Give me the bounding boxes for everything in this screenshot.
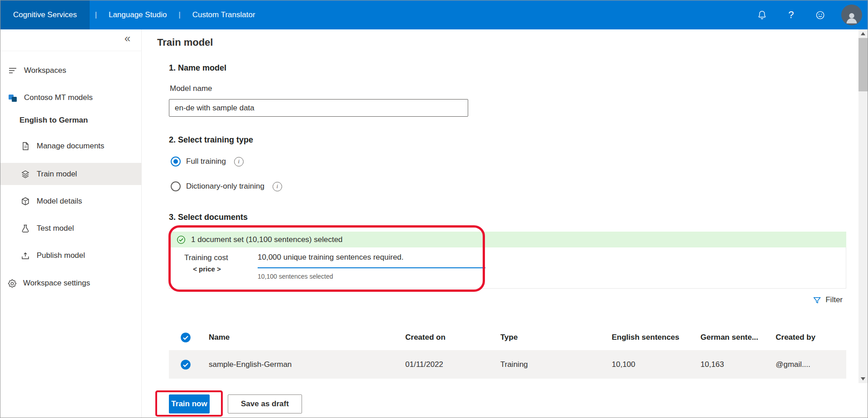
sidebar-item-test-model[interactable]: Test model <box>0 219 141 238</box>
sentence-progress-bar <box>258 267 485 268</box>
row-created-on: 01/11/2022 <box>405 360 500 369</box>
radio-selected-icon[interactable] <box>171 157 181 166</box>
sidebar-item-label: Workspace settings <box>23 279 90 288</box>
main-content: Train model 1. Name model Model name 2. … <box>142 29 858 418</box>
row-german-sentences: 10,163 <box>700 360 776 369</box>
radio-dictionary-only-training[interactable]: Dictionary-only training i <box>171 180 282 193</box>
column-header-created-by: Created by <box>776 333 846 342</box>
info-icon[interactable]: i <box>234 157 244 166</box>
vertical-scrollbar[interactable] <box>858 29 868 383</box>
selection-success-banner: 1 document set (10,100 sentences) select… <box>169 232 846 247</box>
topbar: Cognitive Services | Language Studio | C… <box>0 0 868 29</box>
sidebar-item-publish-model[interactable]: Publish model <box>0 247 141 265</box>
column-header-created-on: Created on <box>405 333 500 342</box>
project-translator-icon <box>8 93 18 103</box>
workspaces-icon <box>8 66 18 76</box>
nav-language-studio[interactable]: Language Studio <box>102 10 173 19</box>
sidebar-item-train-model[interactable]: Train model <box>0 163 141 185</box>
scroll-up-icon[interactable] <box>858 29 868 38</box>
topbar-nav: Cognitive Services | Language Studio | C… <box>0 0 262 29</box>
gear-icon <box>7 278 17 288</box>
sidebar-item-label: Test model <box>37 224 74 233</box>
column-header-name: Name <box>209 333 405 342</box>
sidebar-item-english-to-german[interactable]: English to German <box>0 111 141 129</box>
column-header-german-sentences: German sente... <box>700 333 776 342</box>
topbar-separator: | <box>179 11 181 19</box>
sidebar-item-manage-documents[interactable]: Manage documents <box>0 137 141 155</box>
row-created-by: @gmail.... <box>776 360 846 369</box>
page-title: Train model <box>157 37 213 48</box>
selected-sentences-text: 10,100 sentences selected <box>258 273 333 280</box>
help-icon[interactable]: ? <box>783 7 799 23</box>
row-name: sample-English-German <box>209 360 405 369</box>
sidebar-item-contoso-mt-models[interactable]: Contoso MT models <box>0 89 141 107</box>
sidebar-item-label: Contoso MT models <box>24 93 93 102</box>
row-type: Training <box>500 360 612 369</box>
radio-label: Dictionary-only training <box>186 182 264 191</box>
sidebar-item-label: Manage documents <box>37 142 104 151</box>
publish-icon <box>20 251 30 261</box>
documents-table-header: Name Created on Type English sentences G… <box>169 326 846 349</box>
sidebar-header: « <box>0 29 141 51</box>
sidebar-item-label: Model details <box>37 197 82 206</box>
sidebar-item-label: Workspaces <box>24 66 66 75</box>
model-name-input[interactable] <box>169 99 468 117</box>
radio-full-training[interactable]: Full training i <box>171 155 244 168</box>
sidebar-item-label: Publish model <box>37 251 85 260</box>
select-all-checkbox[interactable] <box>169 332 209 343</box>
column-header-english-sentences: English sentences <box>612 333 700 342</box>
sidebar: « Workspaces Contoso MT models English t… <box>0 29 142 418</box>
section-heading-select-documents: 3. Select documents <box>169 213 248 222</box>
train-model-icon <box>20 169 30 179</box>
info-icon[interactable]: i <box>273 182 282 191</box>
document-selection-summary: 1 document set (10,100 sentences) select… <box>169 232 846 289</box>
collapse-sidebar-icon[interactable]: « <box>125 33 130 44</box>
cube-icon <box>20 196 30 206</box>
app-window: Cognitive Services | Language Studio | C… <box>0 0 868 418</box>
required-sentences-text: 10,000 unique training sentences require… <box>258 253 403 262</box>
selection-banner-text: 1 document set (10,100 sentences) select… <box>191 235 343 244</box>
training-cost-panel: Training cost < price > 10,000 unique tr… <box>169 247 846 289</box>
training-cost-label: Training cost <box>184 253 228 262</box>
row-english-sentences: 10,100 <box>612 360 700 369</box>
success-check-icon <box>177 235 186 244</box>
footer-actions: Train now Save as draft <box>169 394 302 413</box>
notifications-bell-icon[interactable] <box>754 7 770 23</box>
document-icon <box>20 141 30 151</box>
topbar-separator: | <box>95 11 97 19</box>
scrollbar-thumb[interactable] <box>858 38 868 91</box>
column-header-type: Type <box>500 333 612 342</box>
scroll-down-icon[interactable] <box>858 375 868 383</box>
sidebar-item-workspaces[interactable]: Workspaces <box>0 62 141 80</box>
train-now-button[interactable]: Train now <box>169 394 210 413</box>
filter-funnel-icon <box>813 296 821 304</box>
filter-label: Filter <box>825 295 843 304</box>
user-avatar[interactable] <box>841 5 862 25</box>
nav-cognitive-services[interactable]: Cognitive Services <box>0 0 90 29</box>
sidebar-item-label: Train model <box>37 170 77 179</box>
topbar-actions: ? <box>754 5 868 25</box>
filter-button[interactable]: Filter <box>813 295 843 304</box>
sidebar-item-model-details[interactable]: Model details <box>0 192 141 210</box>
model-name-label: Model name <box>170 84 212 93</box>
feedback-smiley-icon[interactable] <box>812 7 828 23</box>
beaker-icon <box>20 223 30 233</box>
nav-custom-translator[interactable]: Custom Translator <box>186 10 262 19</box>
sidebar-item-label: English to German <box>19 116 88 125</box>
section-heading-name-model: 1. Name model <box>169 63 226 73</box>
table-row[interactable]: sample-English-German 01/11/2022 Trainin… <box>169 350 846 379</box>
radio-unselected-icon[interactable] <box>171 181 181 191</box>
sidebar-item-workspace-settings[interactable]: Workspace settings <box>0 274 141 292</box>
row-checkbox[interactable] <box>169 359 209 370</box>
save-as-draft-button[interactable]: Save as draft <box>228 394 302 413</box>
section-heading-training-type: 2. Select training type <box>169 135 253 145</box>
radio-label: Full training <box>186 157 226 166</box>
training-cost-price: < price > <box>184 265 230 273</box>
